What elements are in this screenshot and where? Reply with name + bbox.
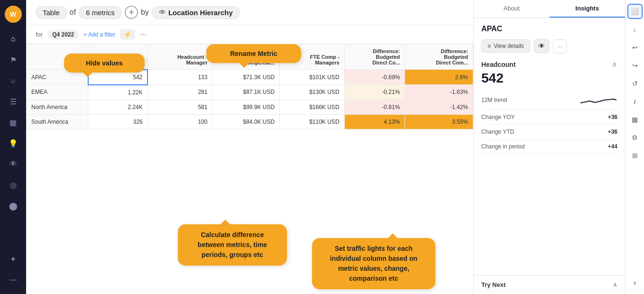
col-header-diff-com[interactable]: Difference:BudgetedDirect Com...	[405, 45, 473, 70]
cell-apac-headcount[interactable]: 542	[88, 70, 148, 85]
refresh-button[interactable]: ↺	[627, 76, 643, 91]
apac-title: APAC	[481, 25, 617, 33]
metric-row-yoy: Change YOY +36	[481, 110, 617, 125]
region-emea: EMEA	[27, 85, 88, 100]
sidebar: W ⌂ ⚑ ⌕ ☰ ▦ 💡 👁 ◎ ⬤ ✦ —	[0, 0, 26, 294]
header-title: Table of 6 metrics + by 👁 Location Hiera…	[36, 6, 240, 19]
binoculars-button[interactable]: 👁	[534, 39, 549, 53]
table-label: Table	[36, 6, 67, 19]
logo[interactable]: W	[5, 6, 22, 23]
add-metric-button[interactable]: +	[125, 6, 138, 19]
info-button[interactable]: i	[627, 94, 643, 109]
sidebar-item-flag[interactable]: ⚑	[5, 51, 22, 68]
right-panel: About Insights APAC ≡ View details 👁 ···…	[473, 0, 625, 294]
change-ytd-value: +36	[608, 129, 617, 135]
tab-about[interactable]: About	[474, 0, 550, 18]
col-header-headcount[interactable]: Headcount	[88, 45, 148, 70]
change-yoy-value: +36	[608, 114, 617, 120]
sidebar-item-circle[interactable]: ◎	[5, 176, 22, 193]
table-row: South America 326 100 $84.0K USD $110K U…	[27, 114, 473, 129]
redo-button[interactable]: ↪	[627, 58, 643, 73]
add-filter-button[interactable]: + Add a filter	[83, 31, 115, 38]
quarter-badge[interactable]: Q4 2022	[47, 30, 79, 39]
table-row: APAC 542 133 $71.3K USD $101K USD -0.69%…	[27, 70, 473, 85]
cell-sa-fte: $110K USD	[280, 114, 344, 129]
region-north-america: North America	[27, 100, 88, 114]
download-button[interactable]: ↓	[627, 22, 643, 37]
sidebar-item-settings[interactable]: ✦	[5, 250, 22, 267]
gear-button[interactable]: ⚙	[627, 130, 643, 145]
sidebar-item-chart[interactable]: ▦	[5, 114, 22, 131]
tab-insights[interactable]: Insights	[550, 0, 626, 18]
cell-na-diff-co: -0.81%	[344, 100, 405, 114]
metric-row-period: Change in period +44	[481, 139, 617, 154]
sidebar-item-binoculars[interactable]: 👁	[5, 156, 22, 173]
cell-sa-budgeted: $84.0K USD	[212, 114, 280, 129]
cell-apac-budgeted: $71.3K USD	[212, 70, 280, 85]
cell-emea-fte: $130K USD	[280, 85, 344, 100]
collapse-icon[interactable]: ∧	[612, 60, 617, 69]
of-label: of	[70, 8, 76, 17]
trend-label: 12M trend	[481, 97, 507, 103]
metric-header: Headcount ∧	[481, 60, 617, 69]
more-button[interactable]: ···	[140, 30, 146, 39]
table-row: North America 2.24K 581 $99.9K USD $166K…	[27, 100, 473, 114]
change-ytd-label: Change YTD	[481, 129, 514, 135]
cell-na-headcount: 2.24K	[88, 100, 148, 114]
try-next-header: Try Next ∧	[481, 281, 617, 288]
metric-row-trend: 12M trend	[481, 91, 617, 110]
panel-more-button[interactable]: ···	[553, 39, 567, 53]
panel-content: APAC ≡ View details 👁 ··· Headcount ∧ 54…	[474, 18, 625, 275]
try-next-section: Try Next ∧	[474, 275, 625, 294]
undo-button[interactable]: ↩	[627, 40, 643, 55]
icon-bar: ⬜ ↓ ↩ ↪ ↺ i ▦ ⚙ ⊞ ›	[625, 0, 644, 294]
cell-na-fte: $166K USD	[280, 100, 344, 114]
change-period-value: +44	[608, 143, 617, 150]
cell-apac-headcount-mgr: 133	[147, 70, 212, 85]
cell-na-headcount-mgr: 581	[147, 100, 212, 114]
metric-label: Headcount	[481, 61, 515, 68]
region-apac: APAC	[27, 70, 88, 85]
callout-calculate: Calculate difference between metrics, ti…	[178, 224, 287, 266]
panel-tabs: About Insights	[474, 0, 625, 18]
stack-button[interactable]: ⊞	[627, 148, 643, 163]
col-header-region	[27, 45, 88, 70]
cell-na-diff-com: -1.42%	[405, 100, 473, 114]
main-content: Table of 6 metrics + by 👁 Location Hiera…	[26, 0, 473, 294]
table-area: Headcount Headcount -Manager BudgetedDir…	[26, 44, 473, 294]
camera-square-button[interactable]: ⬜	[627, 4, 643, 19]
location-pill[interactable]: 👁 Location Hierarchy	[152, 6, 240, 19]
table-row: EMEA 1.22K 281 $87.1K USD $130K USD -0.2…	[27, 85, 473, 100]
col-header-budgeted[interactable]: BudgetedDirectCompensa...	[212, 45, 280, 70]
sidebar-item-dash[interactable]: —	[5, 271, 22, 288]
sidebar-item-lightbulb[interactable]: 💡	[5, 135, 22, 152]
cell-emea-headcount: 1.22K	[88, 85, 148, 100]
flash-button[interactable]: ⚡	[120, 29, 135, 40]
cell-emea-budgeted: $87.1K USD	[212, 85, 280, 100]
cell-emea-headcount-mgr: 281	[147, 85, 212, 100]
callout-traffic-lights: Set traffic lights for each individual c…	[312, 238, 435, 289]
col-header-diff-co[interactable]: Difference:BudgetedDirect Co...	[344, 45, 405, 70]
table-view-button[interactable]: ▦	[627, 112, 643, 127]
trend-chart	[580, 94, 617, 106]
cell-emea-diff-com: -1.63%	[405, 85, 473, 100]
cell-apac-diff-co: -0.69%	[344, 70, 405, 85]
metric-row-ytd: Change YTD +36	[481, 125, 617, 139]
col-header-fte-comp[interactable]: FTE Comp -Managers	[280, 45, 344, 70]
sidebar-item-book[interactable]: ☰	[5, 93, 22, 110]
col-header-headcount-mgr[interactable]: Headcount -Manager	[147, 45, 212, 70]
cell-apac-fte: $101K USD	[280, 70, 344, 85]
try-next-collapse-icon[interactable]: ∧	[613, 281, 617, 288]
sidebar-item-home[interactable]: ⌂	[5, 30, 22, 47]
view-details-button[interactable]: ≡ View details	[481, 39, 530, 53]
sidebar-item-camera[interactable]: ⬤	[5, 197, 22, 214]
chevron-right-button[interactable]: ›	[627, 275, 643, 290]
view-details-row: ≡ View details 👁 ···	[481, 39, 617, 53]
header: Table of 6 metrics + by 👁 Location Hiera…	[26, 0, 473, 25]
cell-apac-diff-com: 2.6%	[405, 70, 473, 85]
change-period-label: Change in period	[481, 143, 524, 150]
region-south-america: South America	[27, 114, 88, 129]
by-label: by	[141, 8, 149, 17]
sidebar-item-search[interactable]: ⌕	[5, 72, 22, 89]
metrics-pill[interactable]: 6 metrics	[79, 6, 122, 19]
